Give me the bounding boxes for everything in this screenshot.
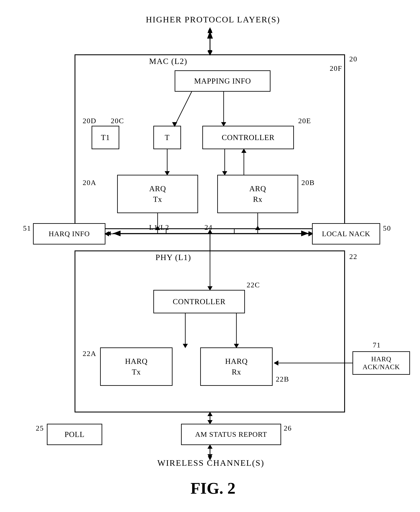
ref-20e: 20E (298, 117, 311, 125)
ref-25: 25 (36, 424, 44, 432)
mac-l2-label: MAC (L2) (149, 56, 188, 66)
t-box: T (153, 126, 181, 149)
l1-l2-label: L1/L2 (149, 223, 169, 231)
ref-22: 22 (349, 252, 357, 261)
ref-20f: 20F (330, 64, 342, 72)
svg-marker-65 (207, 444, 213, 449)
mapping-info-box: MAPPING INFO (175, 70, 270, 92)
wireless-channel-label: WIRELESS CHANNEL(S) (126, 458, 296, 468)
phy-box (75, 251, 345, 413)
harq-rx-label: HARQRx (225, 356, 248, 377)
svg-marker-8 (208, 50, 212, 54)
t1-box: T1 (92, 126, 119, 149)
harq-rx-box: HARQRx (200, 347, 273, 386)
ref-22a: 22A (83, 350, 97, 358)
controller-mac-box: CONTROLLER (202, 126, 294, 149)
ref-20c: 20C (111, 117, 124, 125)
ref-71: 71 (373, 341, 381, 349)
arq-tx-box: ARQTx (117, 175, 198, 213)
local-nack-box: LOCAL NACK (312, 223, 380, 245)
svg-marker-7 (208, 27, 212, 31)
harq-tx-label: HARQTx (125, 356, 148, 377)
ref-24: 24 (204, 223, 213, 231)
am-status-report-box: AM STATUS REPORT (181, 424, 281, 445)
ref-20: 20 (349, 55, 357, 63)
poll-box: POLL (47, 424, 102, 445)
ref-26: 26 (284, 424, 292, 432)
higher-protocol-label: HIGHER PROTOCOL LAYER(S) (128, 15, 298, 24)
arq-rx-box: ARQRx (217, 175, 298, 213)
harq-info-box: HARQ INFO (33, 223, 105, 245)
svg-marker-62 (207, 412, 213, 416)
harq-ack-nack-box: HARQ ACK/NACK (352, 351, 410, 375)
harq-tx-box: HARQTx (100, 347, 172, 386)
ref-51: 51 (23, 224, 31, 232)
ref-50: 50 (383, 224, 391, 232)
phy-l1-label: PHY (L1) (156, 252, 191, 262)
ref-22c: 22C (247, 281, 260, 289)
diagram: HIGHER PROTOCOL LAYER(S) MAC (L2) 20 20F… (0, 0, 420, 512)
ref-22b: 22B (276, 375, 289, 383)
svg-marker-32 (106, 231, 111, 236)
fig-label: FIG. 2 (160, 479, 266, 497)
controller-phy-box: CONTROLLER (153, 290, 245, 313)
svg-marker-37 (207, 28, 213, 33)
arq-rx-label: ARQRx (249, 183, 266, 205)
ref-20b: 20B (301, 179, 315, 187)
ref-20a: 20A (83, 179, 97, 187)
ref-20d: 20D (83, 117, 97, 125)
arq-tx-label: ARQTx (149, 183, 166, 205)
